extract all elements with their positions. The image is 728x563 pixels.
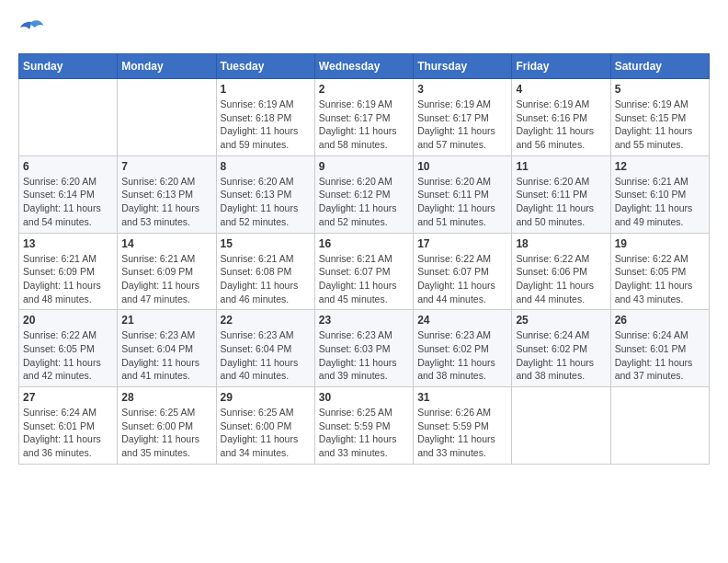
calendar-cell xyxy=(610,387,709,465)
day-info: Sunrise: 6:19 AMSunset: 6:17 PMDaylight:… xyxy=(319,98,409,152)
day-info: Sunrise: 6:23 AMSunset: 6:02 PMDaylight:… xyxy=(417,328,507,383)
calendar-cell: 20Sunrise: 6:22 AMSunset: 6:05 PMDayligh… xyxy=(19,310,118,387)
day-number: 14 xyxy=(121,237,211,250)
calendar-cell: 11Sunrise: 6:20 AMSunset: 6:11 PMDayligh… xyxy=(512,155,610,233)
calendar-cell: 21Sunrise: 6:23 AMSunset: 6:04 PMDayligh… xyxy=(118,310,216,387)
calendar-cell: 7Sunrise: 6:20 AMSunset: 6:13 PMDaylight… xyxy=(118,155,216,233)
day-number: 25 xyxy=(516,314,606,327)
day-info: Sunrise: 6:20 AMSunset: 6:11 PMDaylight:… xyxy=(417,175,507,229)
calendar-cell: 26Sunrise: 6:24 AMSunset: 6:01 PMDayligh… xyxy=(610,310,709,387)
day-info: Sunrise: 6:19 AMSunset: 6:18 PMDaylight:… xyxy=(221,98,311,152)
day-number: 7 xyxy=(121,160,211,173)
day-info: Sunrise: 6:25 AMSunset: 5:59 PMDaylight:… xyxy=(319,406,409,460)
calendar-cell: 29Sunrise: 6:25 AMSunset: 6:00 PMDayligh… xyxy=(216,387,314,465)
calendar-week-row: 13Sunrise: 6:21 AMSunset: 6:09 PMDayligh… xyxy=(19,233,710,310)
day-number: 24 xyxy=(417,314,507,327)
calendar-cell: 16Sunrise: 6:21 AMSunset: 6:07 PMDayligh… xyxy=(314,233,413,310)
calendar-cell: 15Sunrise: 6:21 AMSunset: 6:08 PMDayligh… xyxy=(216,233,314,310)
day-info: Sunrise: 6:20 AMSunset: 6:13 PMDaylight:… xyxy=(221,175,311,229)
calendar-cell xyxy=(512,387,610,465)
day-number: 12 xyxy=(615,160,705,173)
calendar-cell: 3Sunrise: 6:19 AMSunset: 6:17 PMDaylight… xyxy=(414,79,512,156)
calendar-cell: 25Sunrise: 6:24 AMSunset: 6:02 PMDayligh… xyxy=(512,310,610,387)
day-number: 20 xyxy=(23,314,113,327)
day-info: Sunrise: 6:25 AMSunset: 6:00 PMDaylight:… xyxy=(221,406,311,460)
page-header xyxy=(18,18,710,39)
weekday-header: Wednesday xyxy=(314,54,413,79)
weekday-header: Saturday xyxy=(610,54,709,79)
day-info: Sunrise: 6:21 AMSunset: 6:10 PMDaylight:… xyxy=(615,175,705,229)
calendar-header-row: SundayMondayTuesdayWednesdayThursdayFrid… xyxy=(19,54,710,79)
day-number: 31 xyxy=(417,391,507,404)
day-info: Sunrise: 6:26 AMSunset: 5:59 PMDaylight:… xyxy=(417,406,507,460)
day-number: 16 xyxy=(319,237,409,250)
day-number: 10 xyxy=(417,160,507,173)
day-number: 3 xyxy=(417,83,507,96)
calendar-cell xyxy=(118,79,216,156)
day-info: Sunrise: 6:24 AMSunset: 6:01 PMDaylight:… xyxy=(23,406,113,460)
day-number: 19 xyxy=(615,237,705,250)
calendar-cell: 27Sunrise: 6:24 AMSunset: 6:01 PMDayligh… xyxy=(19,387,118,465)
day-number: 13 xyxy=(23,237,113,250)
day-number: 29 xyxy=(221,391,311,404)
day-info: Sunrise: 6:22 AMSunset: 6:05 PMDaylight:… xyxy=(615,252,705,306)
weekday-header: Monday xyxy=(118,54,216,79)
calendar-cell: 22Sunrise: 6:23 AMSunset: 6:04 PMDayligh… xyxy=(216,310,314,387)
day-info: Sunrise: 6:19 AMSunset: 6:15 PMDaylight:… xyxy=(615,98,705,152)
day-number: 17 xyxy=(417,237,507,250)
calendar-table: SundayMondayTuesdayWednesdayThursdayFrid… xyxy=(18,53,710,465)
calendar-cell: 6Sunrise: 6:20 AMSunset: 6:14 PMDaylight… xyxy=(19,155,118,233)
day-info: Sunrise: 6:21 AMSunset: 6:09 PMDaylight:… xyxy=(121,252,211,306)
day-info: Sunrise: 6:20 AMSunset: 6:11 PMDaylight:… xyxy=(516,175,606,229)
calendar-cell: 10Sunrise: 6:20 AMSunset: 6:11 PMDayligh… xyxy=(414,155,512,233)
day-info: Sunrise: 6:24 AMSunset: 6:01 PMDaylight:… xyxy=(615,328,705,383)
day-number: 30 xyxy=(319,391,409,404)
day-number: 4 xyxy=(516,83,606,96)
day-number: 27 xyxy=(23,391,113,404)
weekday-header: Tuesday xyxy=(216,54,314,79)
calendar-cell: 8Sunrise: 6:20 AMSunset: 6:13 PMDaylight… xyxy=(216,155,314,233)
day-number: 15 xyxy=(221,237,311,250)
day-info: Sunrise: 6:23 AMSunset: 6:04 PMDaylight:… xyxy=(221,328,311,383)
day-info: Sunrise: 6:22 AMSunset: 6:07 PMDaylight:… xyxy=(417,252,507,306)
calendar-cell: 24Sunrise: 6:23 AMSunset: 6:02 PMDayligh… xyxy=(414,310,512,387)
calendar-week-row: 1Sunrise: 6:19 AMSunset: 6:18 PMDaylight… xyxy=(19,79,710,156)
calendar-cell: 5Sunrise: 6:19 AMSunset: 6:15 PMDaylight… xyxy=(610,79,709,156)
calendar-cell: 2Sunrise: 6:19 AMSunset: 6:17 PMDaylight… xyxy=(314,79,413,156)
day-number: 26 xyxy=(615,314,705,327)
day-info: Sunrise: 6:20 AMSunset: 6:12 PMDaylight:… xyxy=(319,175,409,229)
calendar-week-row: 6Sunrise: 6:20 AMSunset: 6:14 PMDaylight… xyxy=(19,155,710,233)
day-number: 28 xyxy=(121,391,211,404)
day-number: 2 xyxy=(319,83,409,96)
calendar-week-row: 20Sunrise: 6:22 AMSunset: 6:05 PMDayligh… xyxy=(19,310,710,387)
day-info: Sunrise: 6:25 AMSunset: 6:00 PMDaylight:… xyxy=(121,406,211,460)
day-number: 22 xyxy=(221,314,311,327)
day-info: Sunrise: 6:24 AMSunset: 6:02 PMDaylight:… xyxy=(516,328,606,383)
calendar-cell: 9Sunrise: 6:20 AMSunset: 6:12 PMDaylight… xyxy=(314,155,413,233)
calendar-cell: 28Sunrise: 6:25 AMSunset: 6:00 PMDayligh… xyxy=(118,387,216,465)
weekday-header: Thursday xyxy=(414,54,512,79)
calendar-cell: 23Sunrise: 6:23 AMSunset: 6:03 PMDayligh… xyxy=(314,310,413,387)
day-number: 6 xyxy=(23,160,113,173)
logo xyxy=(18,18,48,39)
day-number: 1 xyxy=(221,83,311,96)
calendar-cell: 31Sunrise: 6:26 AMSunset: 5:59 PMDayligh… xyxy=(414,387,512,465)
day-info: Sunrise: 6:19 AMSunset: 6:17 PMDaylight:… xyxy=(417,98,507,152)
weekday-header: Friday xyxy=(512,54,610,79)
calendar-cell: 19Sunrise: 6:22 AMSunset: 6:05 PMDayligh… xyxy=(610,233,709,310)
calendar-cell: 1Sunrise: 6:19 AMSunset: 6:18 PMDaylight… xyxy=(216,79,314,156)
calendar-cell xyxy=(19,79,118,156)
day-info: Sunrise: 6:21 AMSunset: 6:07 PMDaylight:… xyxy=(319,252,409,306)
calendar-cell: 18Sunrise: 6:22 AMSunset: 6:06 PMDayligh… xyxy=(512,233,610,310)
day-info: Sunrise: 6:20 AMSunset: 6:14 PMDaylight:… xyxy=(23,175,113,229)
calendar-cell: 13Sunrise: 6:21 AMSunset: 6:09 PMDayligh… xyxy=(19,233,118,310)
logo-bird-icon xyxy=(18,18,44,39)
day-info: Sunrise: 6:20 AMSunset: 6:13 PMDaylight:… xyxy=(121,175,211,229)
day-info: Sunrise: 6:19 AMSunset: 6:16 PMDaylight:… xyxy=(516,98,606,152)
day-info: Sunrise: 6:23 AMSunset: 6:03 PMDaylight:… xyxy=(319,328,409,383)
day-number: 23 xyxy=(319,314,409,327)
weekday-header: Sunday xyxy=(19,54,118,79)
day-info: Sunrise: 6:22 AMSunset: 6:06 PMDaylight:… xyxy=(516,252,606,306)
day-number: 8 xyxy=(221,160,311,173)
day-number: 11 xyxy=(516,160,606,173)
